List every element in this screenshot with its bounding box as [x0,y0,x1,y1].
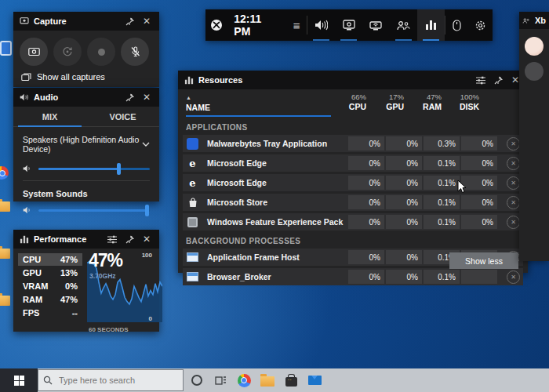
panel-title: Audio [34,93,58,102]
stat-ram[interactable]: RAM47% [18,293,82,306]
performance-icon[interactable] [417,9,445,41]
usage-cell: 0% [348,176,384,190]
store-icon[interactable] [279,368,303,392]
resources-panel: Resources ✕ ▲ NAME 66%CPU 17%GPU 47%RAM … [178,71,528,273]
file-explorer-icon[interactable] [256,368,279,392]
people-icon[interactable] [390,9,417,41]
resources-widget-icon [184,76,194,85]
audio-icon[interactable] [307,9,335,41]
usage-cell: 0% [348,215,384,229]
stat-fps[interactable]: FPS-- [18,307,82,319]
process-name: Microsoft Store [199,198,347,207]
usage-cell: 0% [348,136,384,151]
stat-gpu[interactable]: GPU13% [18,267,82,279]
avatar[interactable] [525,37,544,56]
options-sliders-icon[interactable] [474,74,487,86]
usage-cell: 0% [386,195,422,209]
start-button[interactable] [0,368,38,392]
close-icon[interactable]: ✕ [140,91,153,103]
column-ram[interactable]: 47%RAM [404,93,442,112]
column-disk[interactable]: 100%DISK [442,93,479,112]
desktop-shortcut-icon[interactable] [0,41,12,56]
store-icon [186,196,199,209]
pin-icon[interactable] [492,74,504,86]
close-process-icon[interactable]: ✕ [507,157,520,170]
social-action-button[interactable] [525,62,544,81]
close-process-icon[interactable]: ✕ [507,176,520,190]
stat-cpu[interactable]: CPU47% [18,253,82,266]
close-icon[interactable]: ✕ [140,15,153,27]
tab-mix[interactable]: MIX [13,107,86,126]
speakers-device-label: Speakers (High Definition Audio Device) [23,135,142,154]
microphone-off-button[interactable] [121,38,149,66]
usage-cell: 0% [348,270,384,284]
usage-cell: 0.1% [424,215,460,229]
column-cpu[interactable]: 66%CPU [329,93,366,112]
record-last-30s-button[interactable] [53,38,82,66]
process-name: Malwarebytes Tray Application [199,139,347,148]
desktop-folder-icon[interactable] [0,201,10,212]
tab-voice[interactable]: VOICE [86,107,159,126]
clock: 12:11 PM [234,13,278,38]
audio-tabs: MIX VOICE [13,107,159,127]
task-view-icon[interactable] [209,368,232,392]
divider [23,180,150,181]
xbox-logo-icon[interactable] [205,9,227,41]
section-label: APPLICATIONS [186,123,520,132]
stat-vram[interactable]: VRAM0% [18,280,82,292]
speakers-volume-slider[interactable] [38,168,150,170]
settings-gear-icon[interactable] [469,9,493,41]
speaker-icon [23,206,32,214]
desktop-folder-icon[interactable] [0,249,10,259]
section-label: BACKGROUND PROCESSES [186,237,520,245]
table-row: Browser_Broker0%0%0.1%✕ [183,268,523,285]
performance-panel: Performance ✕ CPU47% GPU13% VRAM0% RAM47… [13,230,159,332]
usage-cell: 0% [461,195,497,209]
close-icon[interactable]: ✕ [140,233,153,245]
axis-min: 0 [149,315,152,322]
search-box[interactable] [38,369,184,391]
performance-widget-icon [20,235,29,244]
usage-cell: 0% [348,195,384,209]
show-all-captures[interactable]: Show all captures [13,69,159,88]
column-gpu[interactable]: 17%GPU [366,93,404,112]
column-name[interactable]: ▲ NAME [186,95,329,112]
show-all-captures-label: Show all captures [37,72,105,82]
axis-max: 100 [142,252,152,259]
mouse-icon[interactable] [445,9,469,41]
start-recording-button[interactable] [87,38,115,66]
screenshot-camera-button[interactable] [20,38,48,66]
usage-cell: 0.3% [424,136,460,151]
package-icon [186,216,199,229]
window-icon [186,251,199,264]
search-icon [43,376,53,385]
broadcast-icon[interactable] [362,9,390,41]
pin-icon[interactable] [123,91,136,103]
chevron-down-icon[interactable] [142,142,150,147]
close-process-icon[interactable]: ✕ [507,270,520,284]
usage-cell: 0% [386,270,422,284]
widget-menu-icon[interactable]: ≡ [286,9,307,41]
close-process-icon[interactable]: ✕ [507,216,520,229]
usage-cell: 0% [461,156,497,170]
pin-icon[interactable] [123,233,136,245]
close-process-icon[interactable]: ✕ [507,137,520,151]
panel-title: Capture [34,16,67,26]
options-sliders-icon[interactable] [106,233,118,245]
chrome-icon[interactable] [232,368,256,392]
capture-icon[interactable] [335,9,362,41]
close-process-icon[interactable]: ✕ [507,196,520,209]
speaker-icon [23,165,32,172]
desktop-chrome-icon[interactable] [0,166,9,180]
desktop-folder-icon[interactable] [0,296,10,306]
system-sounds-slider[interactable] [38,209,150,212]
pin-icon[interactable] [123,15,136,27]
edge-icon: e [186,176,199,190]
cortana-icon[interactable] [185,368,209,392]
gamebar-toolbar: 12:11 PM ≡ [205,9,493,41]
show-less-button[interactable]: Show less [449,252,518,269]
search-input[interactable] [57,375,178,386]
mail-icon[interactable] [303,368,326,392]
process-name: Application Frame Host [199,252,347,262]
mouse-cursor [457,180,467,194]
